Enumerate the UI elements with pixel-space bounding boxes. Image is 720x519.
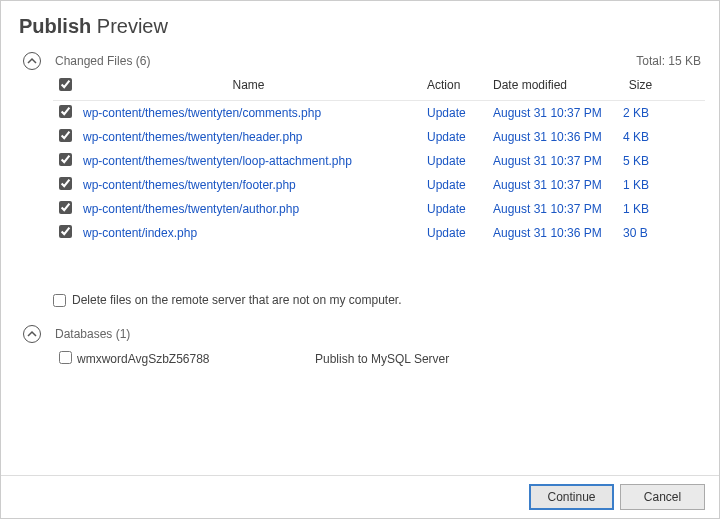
chevron-up-icon xyxy=(27,56,37,66)
file-date: August 31 10:37 PM xyxy=(487,200,617,218)
file-action[interactable]: Update xyxy=(421,152,487,170)
dialog-footer: Continue Cancel xyxy=(1,475,719,518)
row-checkbox[interactable] xyxy=(59,105,72,118)
collapse-changed-files[interactable] xyxy=(23,52,41,70)
file-name[interactable]: wp-content/themes/twentyten/author.php xyxy=(77,200,421,218)
collapse-databases[interactable] xyxy=(23,325,41,343)
table-row[interactable]: wp-content/themes/twentyten/footer.phpUp… xyxy=(53,173,705,197)
col-size-header[interactable]: Size xyxy=(617,74,665,100)
file-name[interactable]: wp-content/themes/twentyten/loop-attachm… xyxy=(77,152,421,170)
col-date-header[interactable]: Date modified xyxy=(487,74,617,100)
table-header: Name Action Date modified Size xyxy=(53,74,705,101)
row-checkbox[interactable] xyxy=(59,225,72,238)
chevron-up-icon xyxy=(27,329,37,339)
file-size: 2 KB xyxy=(617,104,665,122)
delete-remote-checkbox[interactable] xyxy=(53,294,66,307)
total-size: Total: 15 KB xyxy=(636,54,701,68)
file-action[interactable]: Update xyxy=(421,104,487,122)
file-name[interactable]: wp-content/index.php xyxy=(77,224,421,242)
col-name-header[interactable]: Name xyxy=(77,74,421,100)
row-checkbox[interactable] xyxy=(59,201,72,214)
db-name: wmxwordAvgSzbZ56788 xyxy=(77,352,315,366)
col-action-header[interactable]: Action xyxy=(421,74,487,100)
continue-button[interactable]: Continue xyxy=(529,484,614,510)
file-name[interactable]: wp-content/themes/twentyten/footer.php xyxy=(77,176,421,194)
title-rest: Preview xyxy=(91,15,168,37)
file-date: August 31 10:37 PM xyxy=(487,152,617,170)
database-row[interactable]: wmxwordAvgSzbZ56788Publish to MySQL Serv… xyxy=(53,351,719,367)
db-checkbox[interactable] xyxy=(59,351,72,364)
table-row[interactable]: wp-content/themes/twentyten/author.phpUp… xyxy=(53,197,705,221)
file-size: 1 KB xyxy=(617,200,665,218)
file-date: August 31 10:37 PM xyxy=(487,176,617,194)
table-row[interactable]: wp-content/themes/twentyten/comments.php… xyxy=(53,101,705,125)
file-action[interactable]: Update xyxy=(421,224,487,242)
title-bold: Publish xyxy=(19,15,91,37)
table-row[interactable]: wp-content/themes/twentyten/header.phpUp… xyxy=(53,125,705,149)
select-all-checkbox[interactable] xyxy=(59,78,72,91)
file-size: 5 KB xyxy=(617,152,665,170)
page-title: Publish Preview xyxy=(1,1,719,48)
db-action: Publish to MySQL Server xyxy=(315,352,449,366)
table-row[interactable]: wp-content/themes/twentyten/loop-attachm… xyxy=(53,149,705,173)
file-action[interactable]: Update xyxy=(421,176,487,194)
changed-files-label: Changed Files (6) xyxy=(55,54,636,68)
file-size: 1 KB xyxy=(617,176,665,194)
file-name[interactable]: wp-content/themes/twentyten/comments.php xyxy=(77,104,421,122)
file-size: 4 KB xyxy=(617,128,665,146)
row-checkbox[interactable] xyxy=(59,153,72,166)
file-date: August 31 10:36 PM xyxy=(487,128,617,146)
cancel-button[interactable]: Cancel xyxy=(620,484,705,510)
file-date: August 31 10:37 PM xyxy=(487,104,617,122)
changed-files-table: Name Action Date modified Size wp-conten… xyxy=(53,74,705,245)
file-action[interactable]: Update xyxy=(421,128,487,146)
file-name[interactable]: wp-content/themes/twentyten/header.php xyxy=(77,128,421,146)
file-date: August 31 10:36 PM xyxy=(487,224,617,242)
databases-label: Databases (1) xyxy=(55,327,719,341)
file-size: 30 B xyxy=(617,224,665,242)
row-checkbox[interactable] xyxy=(59,177,72,190)
row-checkbox[interactable] xyxy=(59,129,72,142)
delete-remote-label: Delete files on the remote server that a… xyxy=(72,293,402,307)
table-row[interactable]: wp-content/index.phpUpdateAugust 31 10:3… xyxy=(53,221,705,245)
file-action[interactable]: Update xyxy=(421,200,487,218)
